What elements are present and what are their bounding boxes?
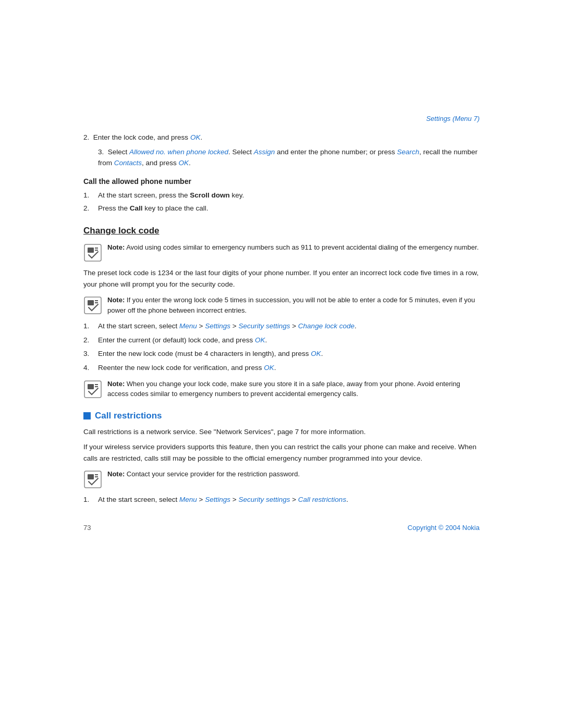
svg-rect-11	[95, 386, 98, 387]
note2-text: Note: If you enter the wrong lock code 5…	[107, 295, 480, 315]
settings-link-cr: Settings	[205, 496, 230, 503]
svg-rect-10	[95, 384, 98, 385]
note2-box: Note: If you enter the wrong lock code 5…	[83, 295, 480, 315]
svg-rect-5	[88, 300, 94, 305]
step3b-ok-link: OK	[311, 350, 321, 357]
search-link: Search	[397, 148, 419, 156]
svg-rect-3	[95, 250, 98, 251]
page-header: Settings (Menu 7)	[83, 115, 480, 122]
svg-rect-9	[88, 384, 94, 389]
svg-rect-15	[95, 476, 98, 477]
note4-icon	[83, 470, 102, 489]
note1-text: Note: Avoid using codes similar to emerg…	[107, 242, 479, 253]
list-item: 2. Press the Call key to place the call.	[83, 203, 480, 214]
note2-icon	[83, 296, 102, 315]
call-restrictions-link: Call restrictions	[298, 496, 346, 503]
list-item: 1. At the start screen, select Menu > Se…	[83, 320, 480, 332]
call-restrictions-p1: Call restrictions is a network service. …	[83, 426, 480, 438]
note-icon	[83, 243, 102, 262]
svg-rect-13	[88, 474, 94, 479]
change-lock-link: Change lock code	[298, 322, 354, 330]
step4b-ok-link: OK	[264, 364, 274, 372]
footer-page-number: 73	[83, 524, 91, 532]
footer-copyright: Copyright © 2004 Nokia	[408, 524, 480, 532]
menu-link-cr: Menu	[179, 496, 197, 503]
security-link-cr: Security settings	[238, 496, 290, 503]
assign-link: Assign	[254, 148, 275, 156]
blue-square-icon	[83, 412, 91, 419]
step3-ok-link: OK	[179, 159, 189, 167]
step3-text: 3. Select Allowed no. when phone locked.…	[83, 146, 480, 169]
call-restrictions-section-title: Call restrictions	[83, 411, 480, 421]
step2b-ok-link: OK	[255, 336, 265, 344]
settings-link1: Settings	[205, 322, 230, 330]
list-item: 3. Enter the new lock code (must be 4 ch…	[83, 348, 480, 360]
note3-text: Note: When you change your lock code, ma…	[107, 379, 480, 399]
preset-paragraph: The preset lock code is 1234 or the last…	[83, 267, 480, 290]
note3-box: Note: When you change your lock code, ma…	[83, 379, 480, 399]
list-item: 1. At the start screen, select Menu > Se…	[83, 494, 480, 505]
menu-link1: Menu	[179, 322, 197, 330]
note4-box: Note: Contact your service provider for …	[83, 469, 480, 489]
svg-rect-14	[95, 474, 98, 475]
note1-box: Note: Avoid using codes similar to emerg…	[83, 242, 480, 262]
svg-rect-6	[95, 300, 98, 301]
allowed-no-link: Allowed no. when phone locked	[129, 148, 228, 156]
step2-ok-link: OK	[190, 133, 201, 141]
step2-text: 2. Enter the lock code, and press OK.	[83, 132, 480, 143]
page-footer: 73 Copyright © 2004 Nokia	[83, 524, 480, 532]
call-restrictions-p2: If your wireless service providers suppo…	[83, 441, 480, 464]
note3-icon	[83, 380, 102, 399]
svg-rect-2	[95, 248, 98, 249]
call-allowed-title: Call the allowed phone number	[83, 177, 480, 186]
svg-rect-1	[88, 248, 94, 253]
note4-text: Note: Contact your service provider for …	[107, 469, 300, 479]
list-item: 1. At the start screen, press the Scroll…	[83, 190, 480, 201]
contacts-link: Contacts	[114, 159, 142, 167]
call-restrictions-title: Call restrictions	[95, 411, 162, 421]
change-lock-title: Change lock code	[83, 226, 480, 236]
security-link1: Security settings	[238, 322, 290, 330]
svg-rect-7	[95, 302, 98, 303]
list-item: 2. Enter the current (or default) lock c…	[83, 335, 480, 346]
header-text: Settings (Menu 7)	[426, 115, 480, 122]
list-item: 4. Reenter the new lock code for verific…	[83, 362, 480, 374]
